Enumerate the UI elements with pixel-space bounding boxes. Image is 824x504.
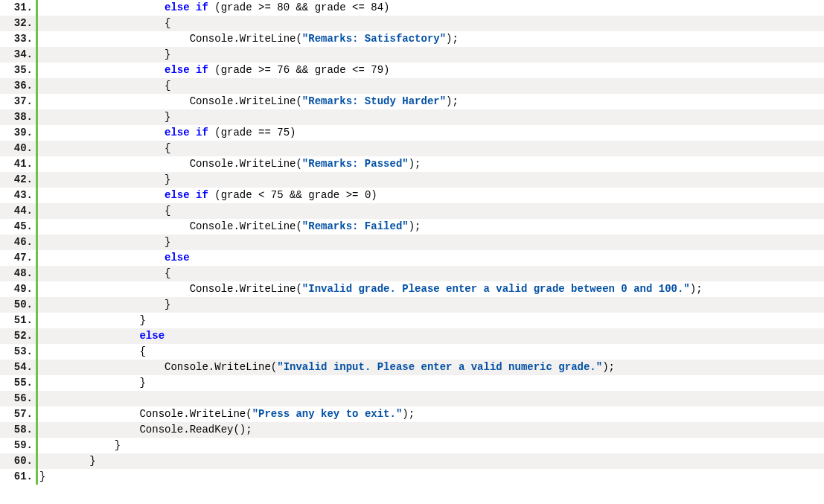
token-pn: [39, 127, 165, 138]
code-line[interactable]: 34. }: [0, 47, 824, 63]
code-content[interactable]: {: [38, 78, 824, 94]
code-content[interactable]: {: [38, 16, 824, 31]
line-number: 56.: [0, 391, 36, 406]
code-line[interactable]: 55. }: [0, 375, 824, 391]
line-number: 40.: [0, 141, 36, 156]
code-content[interactable]: else: [38, 328, 824, 344]
code-content[interactable]: {: [38, 141, 824, 156]
code-content[interactable]: }: [38, 235, 824, 250]
code-content[interactable]: {: [38, 266, 824, 281]
line-number: 38.: [0, 109, 36, 125]
line-number: 53.: [0, 344, 36, 360]
token-pn: [39, 64, 165, 76]
code-line[interactable]: 31. else if (grade >= 80 && grade <= 84): [0, 0, 824, 16]
code-line[interactable]: 61.}: [0, 469, 824, 485]
token-pn: (grade == 75): [208, 127, 296, 138]
code-line[interactable]: 36. {: [0, 78, 824, 94]
code-content[interactable]: Console.WriteLine("Remarks: Satisfactory…: [38, 31, 824, 47]
code-content[interactable]: {: [38, 203, 824, 219]
code-line[interactable]: 58. Console.ReadKey();: [0, 422, 824, 438]
code-line[interactable]: 52. else: [0, 328, 824, 344]
token-str: "Invalid grade. Please enter a valid gra…: [302, 283, 690, 295]
token-kw: else if: [165, 189, 208, 201]
code-line[interactable]: 43. else if (grade < 75 && grade >= 0): [0, 188, 824, 203]
code-content[interactable]: }: [38, 297, 824, 313]
code-line[interactable]: 56.: [0, 391, 824, 406]
code-line[interactable]: 60. }: [0, 453, 824, 469]
token-pn: [39, 189, 165, 201]
code-content[interactable]: Console.WriteLine("Invalid input. Please…: [38, 360, 824, 375]
line-number: 47.: [0, 250, 36, 266]
token-pn: Console.WriteLine(: [39, 408, 252, 420]
token-pn: }: [39, 470, 45, 482]
code-line[interactable]: 50. }: [0, 297, 824, 313]
code-content[interactable]: }: [38, 375, 824, 391]
code-content[interactable]: }: [38, 453, 824, 469]
line-number: 34.: [0, 47, 36, 63]
code-line[interactable]: 51. }: [0, 313, 824, 328]
code-content[interactable]: }: [38, 313, 824, 328]
token-str: "Remarks: Passed": [302, 158, 409, 170]
code-content[interactable]: Console.WriteLine("Remarks: Study Harder…: [38, 94, 824, 109]
code-line[interactable]: 42. }: [0, 172, 824, 188]
code-content[interactable]: }: [38, 109, 824, 125]
code-line[interactable]: 48. {: [0, 266, 824, 281]
code-line[interactable]: 46. }: [0, 235, 824, 250]
code-content[interactable]: }: [38, 47, 824, 63]
code-line[interactable]: 57. Console.WriteLine("Press any key to …: [0, 406, 824, 422]
code-content[interactable]: }: [38, 469, 824, 485]
line-number: 43.: [0, 188, 36, 203]
token-str: "Invalid input. Please enter a valid num…: [277, 361, 602, 373]
code-content[interactable]: else if (grade < 75 && grade >= 0): [38, 188, 824, 203]
code-content[interactable]: Console.WriteLine("Invalid grade. Please…: [38, 281, 824, 297]
code-line[interactable]: 38. }: [0, 109, 824, 125]
code-line[interactable]: 37. Console.WriteLine("Remarks: Study Ha…: [0, 94, 824, 109]
token-pn: );: [402, 408, 415, 420]
line-number: 58.: [0, 422, 36, 438]
code-line[interactable]: 49. Console.WriteLine("Invalid grade. Pl…: [0, 281, 824, 297]
code-content[interactable]: else: [38, 250, 824, 266]
code-line[interactable]: 40. {: [0, 141, 824, 156]
code-content[interactable]: Console.ReadKey();: [38, 422, 824, 438]
line-number: 61.: [0, 469, 36, 485]
token-kw: else if: [165, 1, 208, 13]
code-editor[interactable]: 31. else if (grade >= 80 && grade <= 84)…: [0, 0, 824, 485]
token-pn: (grade < 75 && grade >= 0): [208, 189, 377, 201]
token-pn: (grade >= 80 && grade <= 84): [208, 1, 390, 13]
code-content[interactable]: Console.WriteLine("Remarks: Passed");: [38, 156, 824, 172]
line-number: 50.: [0, 297, 36, 313]
token-pn: {: [39, 17, 170, 29]
code-line[interactable]: 44. {: [0, 203, 824, 219]
code-line[interactable]: 45. Console.WriteLine("Remarks: Failed")…: [0, 219, 824, 235]
code-line[interactable]: 33. Console.WriteLine("Remarks: Satisfac…: [0, 31, 824, 47]
code-content[interactable]: Console.WriteLine("Press any key to exit…: [38, 406, 824, 422]
code-content[interactable]: {: [38, 344, 824, 360]
code-line[interactable]: 41. Console.WriteLine("Remarks: Passed")…: [0, 156, 824, 172]
token-pn: [39, 1, 165, 13]
line-number: 46.: [0, 235, 36, 250]
code-line[interactable]: 32. {: [0, 16, 824, 31]
token-pn: }: [39, 439, 121, 451]
token-pn: );: [602, 361, 615, 373]
code-content[interactable]: }: [38, 172, 824, 188]
code-line[interactable]: 59. }: [0, 438, 824, 453]
code-line[interactable]: 53. {: [0, 344, 824, 360]
code-line[interactable]: 47. else: [0, 250, 824, 266]
code-content[interactable]: }: [38, 438, 824, 453]
line-number: 48.: [0, 266, 36, 281]
code-line[interactable]: 54. Console.WriteLine("Invalid input. Pl…: [0, 360, 824, 375]
token-kw: else: [139, 330, 165, 342]
line-number: 57.: [0, 406, 36, 422]
token-pn: }: [39, 299, 170, 310]
code-content[interactable]: else if (grade >= 76 && grade <= 79): [38, 63, 824, 78]
code-line[interactable]: 39. else if (grade == 75): [0, 125, 824, 141]
token-pn: Console.WriteLine(: [39, 95, 302, 107]
token-pn: {: [39, 267, 170, 279]
code-content[interactable]: else if (grade == 75): [38, 125, 824, 141]
code-line[interactable]: 35. else if (grade >= 76 && grade <= 79): [0, 63, 824, 78]
line-number: 32.: [0, 16, 36, 31]
line-number: 45.: [0, 219, 36, 235]
code-content[interactable]: Console.WriteLine("Remarks: Failed");: [38, 219, 824, 235]
token-pn: );: [446, 33, 459, 45]
code-content[interactable]: else if (grade >= 80 && grade <= 84): [38, 0, 824, 16]
